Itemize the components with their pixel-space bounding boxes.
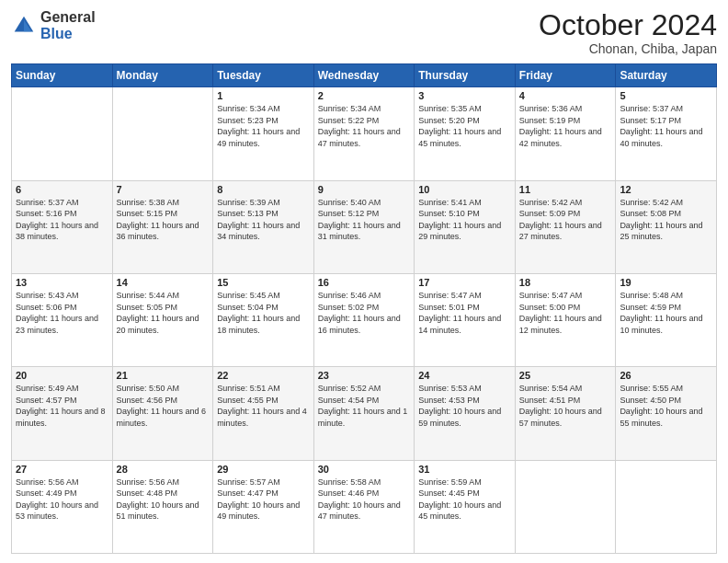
day-cell (112, 87, 213, 180)
day-cell: 10Sunrise: 5:41 AM Sunset: 5:10 PM Dayli… (415, 180, 516, 273)
weekday-header-sunday: Sunday (12, 64, 113, 87)
day-number: 10 (418, 184, 511, 195)
day-number: 7 (117, 184, 210, 195)
day-number: 8 (217, 184, 310, 195)
day-number: 25 (519, 370, 612, 381)
month-title: October 2024 (539, 9, 717, 41)
day-cell: 30Sunrise: 5:58 AM Sunset: 4:46 PM Dayli… (313, 460, 415, 553)
day-cell: 26Sunrise: 5:55 AM Sunset: 4:50 PM Dayli… (616, 367, 717, 460)
day-number: 28 (117, 464, 210, 475)
day-cell (616, 460, 717, 553)
weekday-header-friday: Friday (515, 64, 616, 87)
day-number: 5 (620, 90, 712, 101)
day-info: Sunrise: 5:34 AM Sunset: 5:23 PM Dayligh… (217, 103, 310, 149)
day-number: 14 (117, 277, 210, 288)
day-info: Sunrise: 5:43 AM Sunset: 5:06 PM Dayligh… (16, 290, 108, 336)
header: General Blue October 2024 Chonan, Chiba,… (11, 9, 717, 56)
day-number: 15 (217, 277, 310, 288)
day-cell: 24Sunrise: 5:53 AM Sunset: 4:53 PM Dayli… (415, 367, 516, 460)
day-info: Sunrise: 5:50 AM Sunset: 4:56 PM Dayligh… (117, 383, 210, 429)
day-info: Sunrise: 5:41 AM Sunset: 5:10 PM Dayligh… (418, 197, 511, 243)
day-info: Sunrise: 5:47 AM Sunset: 5:00 PM Dayligh… (519, 290, 612, 336)
day-cell: 31Sunrise: 5:59 AM Sunset: 4:45 PM Dayli… (415, 460, 516, 553)
week-row-1: 1Sunrise: 5:34 AM Sunset: 5:23 PM Daylig… (12, 87, 717, 180)
weekday-header-row: SundayMondayTuesdayWednesdayThursdayFrid… (12, 64, 717, 87)
day-cell: 19Sunrise: 5:48 AM Sunset: 4:59 PM Dayli… (616, 273, 717, 366)
day-cell: 3Sunrise: 5:35 AM Sunset: 5:20 PM Daylig… (415, 87, 516, 180)
day-cell: 7Sunrise: 5:38 AM Sunset: 5:15 PM Daylig… (112, 180, 213, 273)
logo-general: General (40, 9, 96, 26)
day-number: 24 (418, 370, 511, 381)
logo-text: General Blue (40, 9, 96, 41)
location: Chonan, Chiba, Japan (539, 41, 717, 56)
day-number: 3 (418, 90, 511, 101)
day-number: 1 (217, 90, 310, 101)
day-info: Sunrise: 5:44 AM Sunset: 5:05 PM Dayligh… (117, 290, 210, 336)
page: General Blue October 2024 Chonan, Chiba,… (0, 0, 728, 563)
weekday-header-thursday: Thursday (415, 64, 516, 87)
day-cell: 23Sunrise: 5:52 AM Sunset: 4:54 PM Dayli… (313, 367, 415, 460)
day-number: 11 (519, 184, 612, 195)
day-info: Sunrise: 5:45 AM Sunset: 5:04 PM Dayligh… (217, 290, 310, 336)
day-info: Sunrise: 5:51 AM Sunset: 4:55 PM Dayligh… (217, 383, 310, 429)
day-info: Sunrise: 5:52 AM Sunset: 4:54 PM Dayligh… (318, 383, 411, 429)
day-info: Sunrise: 5:37 AM Sunset: 5:16 PM Dayligh… (16, 197, 108, 243)
day-info: Sunrise: 5:42 AM Sunset: 5:09 PM Dayligh… (519, 197, 612, 243)
week-row-4: 20Sunrise: 5:49 AM Sunset: 4:57 PM Dayli… (12, 367, 717, 460)
day-cell: 22Sunrise: 5:51 AM Sunset: 4:55 PM Dayli… (213, 367, 314, 460)
day-info: Sunrise: 5:40 AM Sunset: 5:12 PM Dayligh… (318, 197, 411, 243)
day-number: 22 (217, 370, 310, 381)
day-info: Sunrise: 5:58 AM Sunset: 4:46 PM Dayligh… (318, 477, 411, 523)
day-number: 31 (418, 464, 511, 475)
day-info: Sunrise: 5:39 AM Sunset: 5:13 PM Dayligh… (217, 197, 310, 243)
week-row-5: 27Sunrise: 5:56 AM Sunset: 4:49 PM Dayli… (12, 460, 717, 553)
day-info: Sunrise: 5:48 AM Sunset: 4:59 PM Dayligh… (620, 290, 712, 336)
day-cell: 20Sunrise: 5:49 AM Sunset: 4:57 PM Dayli… (12, 367, 113, 460)
weekday-header-monday: Monday (112, 64, 213, 87)
day-cell (515, 460, 616, 553)
day-number: 4 (519, 90, 612, 101)
day-cell: 5Sunrise: 5:37 AM Sunset: 5:17 PM Daylig… (616, 87, 717, 180)
day-number: 21 (117, 370, 210, 381)
day-cell: 8Sunrise: 5:39 AM Sunset: 5:13 PM Daylig… (213, 180, 314, 273)
weekday-header-tuesday: Tuesday (213, 64, 314, 87)
day-number: 6 (16, 184, 108, 195)
day-info: Sunrise: 5:38 AM Sunset: 5:15 PM Dayligh… (117, 197, 210, 243)
day-number: 12 (620, 184, 712, 195)
day-cell (12, 87, 113, 180)
day-number: 18 (519, 277, 612, 288)
logo-blue: Blue (40, 26, 96, 42)
day-cell: 9Sunrise: 5:40 AM Sunset: 5:12 PM Daylig… (313, 180, 415, 273)
weekday-header-saturday: Saturday (616, 64, 717, 87)
day-cell: 6Sunrise: 5:37 AM Sunset: 5:16 PM Daylig… (12, 180, 113, 273)
day-info: Sunrise: 5:35 AM Sunset: 5:20 PM Dayligh… (418, 103, 511, 149)
day-cell: 27Sunrise: 5:56 AM Sunset: 4:49 PM Dayli… (12, 460, 113, 553)
day-number: 19 (620, 277, 712, 288)
day-number: 17 (418, 277, 511, 288)
day-info: Sunrise: 5:36 AM Sunset: 5:19 PM Dayligh… (519, 103, 612, 149)
day-cell: 16Sunrise: 5:46 AM Sunset: 5:02 PM Dayli… (313, 273, 415, 366)
day-cell: 17Sunrise: 5:47 AM Sunset: 5:01 PM Dayli… (415, 273, 516, 366)
day-info: Sunrise: 5:54 AM Sunset: 4:51 PM Dayligh… (519, 383, 612, 429)
day-info: Sunrise: 5:55 AM Sunset: 4:50 PM Dayligh… (620, 383, 712, 429)
day-cell: 28Sunrise: 5:56 AM Sunset: 4:48 PM Dayli… (112, 460, 213, 553)
day-info: Sunrise: 5:56 AM Sunset: 4:49 PM Dayligh… (16, 477, 108, 523)
day-cell: 2Sunrise: 5:34 AM Sunset: 5:22 PM Daylig… (313, 87, 415, 180)
day-info: Sunrise: 5:59 AM Sunset: 4:45 PM Dayligh… (418, 477, 511, 523)
calendar: SundayMondayTuesdayWednesdayThursdayFrid… (11, 63, 717, 554)
day-info: Sunrise: 5:49 AM Sunset: 4:57 PM Dayligh… (16, 383, 108, 429)
day-info: Sunrise: 5:37 AM Sunset: 5:17 PM Dayligh… (620, 103, 712, 149)
day-cell: 4Sunrise: 5:36 AM Sunset: 5:19 PM Daylig… (515, 87, 616, 180)
day-number: 2 (318, 90, 411, 101)
day-number: 29 (217, 464, 310, 475)
day-number: 20 (16, 370, 108, 381)
logo-icon (11, 13, 37, 39)
day-number: 23 (318, 370, 411, 381)
day-info: Sunrise: 5:47 AM Sunset: 5:01 PM Dayligh… (418, 290, 511, 336)
day-cell: 12Sunrise: 5:42 AM Sunset: 5:08 PM Dayli… (616, 180, 717, 273)
day-info: Sunrise: 5:42 AM Sunset: 5:08 PM Dayligh… (620, 197, 712, 243)
day-cell: 11Sunrise: 5:42 AM Sunset: 5:09 PM Dayli… (515, 180, 616, 273)
day-cell: 14Sunrise: 5:44 AM Sunset: 5:05 PM Dayli… (112, 273, 213, 366)
day-cell: 15Sunrise: 5:45 AM Sunset: 5:04 PM Dayli… (213, 273, 314, 366)
day-number: 26 (620, 370, 712, 381)
